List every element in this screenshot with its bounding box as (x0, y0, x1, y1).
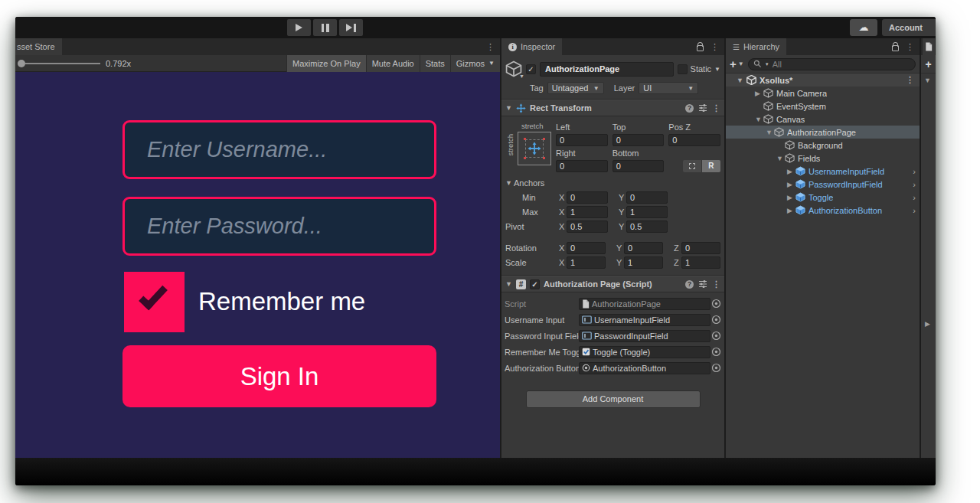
anchor-min-y[interactable]: 0 (626, 191, 668, 204)
presets-icon[interactable] (698, 103, 707, 113)
lock-icon[interactable] (892, 45, 899, 51)
anchor-max-x[interactable]: 1 (567, 206, 608, 218)
static-checkbox[interactable] (678, 64, 688, 74)
foldout-icon[interactable]: ▼ (755, 116, 763, 123)
scale-y[interactable]: 1 (624, 256, 663, 269)
object-reference-field[interactable]: PasswordInputField (579, 330, 710, 342)
mini-create-button[interactable]: + (921, 55, 936, 73)
anchor-preset-button[interactable] (518, 132, 551, 165)
gameobject-name-field[interactable]: AuthorizationPage (540, 62, 674, 77)
remember-me-checkbox[interactable] (124, 272, 185, 332)
scene-kebab-icon[interactable]: ⋮ (906, 75, 920, 85)
pause-button[interactable] (313, 19, 337, 36)
hierarchy-item[interactable]: ▶ AuthorizationButton › (726, 204, 920, 217)
prefab-open-chevron-icon[interactable]: › (913, 180, 920, 189)
layer-dropdown[interactable]: UI ▼ (639, 82, 698, 94)
presets-icon[interactable] (698, 279, 707, 289)
tab-hierarchy[interactable]: ☰ Hierarchy (726, 38, 786, 55)
anchors-foldout-icon[interactable]: ▼ (505, 179, 512, 187)
game-toolbar-button[interactable]: Maximize On Play (286, 55, 366, 72)
object-picker-icon[interactable] (710, 315, 721, 325)
pivot-x[interactable]: 0.5 (567, 220, 608, 233)
anchor-min-x[interactable]: 0 (567, 191, 608, 204)
object-reference-field[interactable]: UsernameInputField (579, 314, 710, 326)
foldout-icon[interactable]: ▼ (766, 129, 774, 136)
object-picker-icon[interactable] (710, 363, 721, 373)
foldout-icon[interactable]: ▼ (776, 155, 785, 162)
foldout-icon[interactable]: ▼ (505, 280, 512, 288)
hierarchy-item[interactable]: Background (726, 139, 920, 152)
blueprint-mode-button[interactable] (683, 160, 701, 172)
scale-x[interactable]: 1 (567, 256, 606, 269)
hierarchy-item[interactable]: EventSystem (726, 100, 920, 113)
hierarchy-item[interactable]: ▼ Canvas (726, 113, 920, 126)
help-icon[interactable]: ? (685, 104, 694, 113)
hierarchy-kebab-icon[interactable]: ⋮ (906, 42, 914, 52)
step-button[interactable] (339, 19, 363, 36)
foldout-icon[interactable]: ▶ (755, 90, 763, 97)
prefab-open-chevron-icon[interactable]: › (913, 193, 920, 202)
prefab-open-chevron-icon[interactable]: › (913, 167, 920, 176)
hierarchy-item[interactable]: ▼ Fields (726, 152, 920, 165)
object-reference-field[interactable]: Toggle (Toggle) (579, 346, 710, 358)
foldout-icon[interactable]: ▼ (505, 104, 512, 112)
game-toolbar-button[interactable]: Mute Audio (366, 55, 420, 72)
game-menu-kebab-icon[interactable]: ⋮ (486, 42, 495, 52)
game-toolbar-button[interactable]: Stats (420, 55, 450, 72)
top-field[interactable]: 0 (612, 134, 665, 146)
active-checkbox[interactable]: ✓ (526, 64, 536, 74)
right-field[interactable]: 0 (556, 160, 608, 172)
scale-z[interactable]: 1 (681, 256, 720, 269)
authorization-page-script-header[interactable]: ▼ # ✓ Authorization Page (Script) ? ⋮ (501, 276, 724, 292)
scene-row[interactable]: ▼ Xsollus* ⋮ (726, 73, 920, 87)
scene-foldout-icon[interactable]: ▼ (737, 77, 743, 84)
foldout-right-icon[interactable]: ▶ (925, 320, 930, 328)
zoom-slider-track[interactable] (25, 63, 100, 64)
tab-clipped[interactable] (923, 38, 935, 55)
rotation-y[interactable]: 0 (624, 242, 663, 254)
object-picker-icon[interactable] (710, 331, 721, 341)
hierarchy-item[interactable]: ▶ Toggle › (726, 191, 920, 204)
tag-dropdown[interactable]: Untagged ▼ (547, 82, 604, 94)
component-enabled-checkbox[interactable]: ✓ (530, 279, 540, 289)
play-button[interactable] (287, 19, 311, 36)
lock-icon[interactable] (697, 45, 704, 51)
pivot-y[interactable]: 0.5 (626, 220, 668, 233)
gameobject-icon[interactable]: ▼ (505, 60, 522, 77)
raw-mode-button[interactable]: R (702, 160, 720, 172)
bottom-field[interactable]: 0 (612, 160, 665, 172)
object-reference-field[interactable]: AuthorizationButton (579, 362, 710, 374)
add-component-button[interactable]: Add Component (526, 390, 701, 408)
hierarchy-item[interactable]: ▶ Main Camera (726, 87, 920, 100)
foldout-down-icon[interactable]: ▼ (924, 77, 931, 84)
static-dropdown-icon[interactable]: ▼ (714, 66, 720, 73)
object-reference-field[interactable]: AuthorizationPage (579, 298, 710, 310)
username-input[interactable]: Enter Username... (122, 120, 436, 179)
foldout-icon[interactable]: ▶ (787, 181, 795, 188)
component-kebab-icon[interactable]: ⋮ (712, 279, 720, 289)
hierarchy-item[interactable]: ▼ AuthorizationPage (726, 126, 920, 139)
password-input[interactable]: Enter Password... (122, 197, 436, 256)
rect-transform-header[interactable]: ▼ Rect Transform ? ⋮ (501, 100, 724, 116)
account-button[interactable]: Account (882, 19, 936, 36)
object-picker-icon[interactable] (710, 347, 721, 357)
create-button[interactable]: +▼ (730, 57, 744, 70)
rotation-z[interactable]: 0 (681, 242, 720, 254)
hierarchy-item[interactable]: ▶ UsernameInputField › (726, 165, 920, 178)
hierarchy-item[interactable]: ▶ PasswordInputField › (726, 178, 920, 191)
zoom-slider-knob[interactable] (18, 60, 25, 67)
foldout-icon[interactable]: ▶ (787, 207, 795, 214)
foldout-icon[interactable]: ▶ (787, 194, 795, 201)
rotation-x[interactable]: 0 (567, 242, 606, 254)
object-picker-icon[interactable] (710, 299, 721, 309)
game-toolbar-button[interactable]: Gizmos ▼ (450, 55, 500, 72)
component-kebab-icon[interactable]: ⋮ (712, 103, 720, 113)
inspector-kebab-icon[interactable]: ⋮ (710, 42, 719, 52)
foldout-icon[interactable]: ▶ (787, 168, 795, 175)
cloud-button[interactable]: ☁ (850, 19, 877, 36)
help-icon[interactable]: ? (685, 280, 694, 289)
anchor-max-y[interactable]: 1 (626, 206, 668, 218)
hierarchy-search-input[interactable]: ▼ All (748, 58, 916, 70)
left-field[interactable]: 0 (556, 134, 608, 146)
posz-field[interactable]: 0 (668, 134, 720, 146)
